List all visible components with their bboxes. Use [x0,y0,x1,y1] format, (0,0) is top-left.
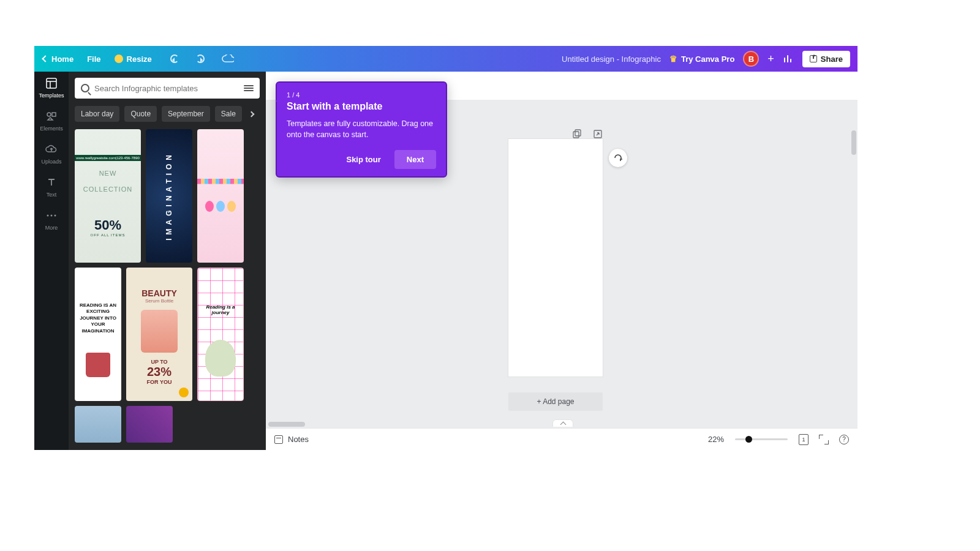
tour-popover: 1 / 4 Start with a template Templates ar… [276,81,447,178]
bunting-icon [197,179,244,187]
rail-uploads[interactable]: Uploads [41,143,61,165]
product-icon [141,310,178,353]
zoom-slider-thumb[interactable] [745,436,752,443]
balloon-icon [205,201,214,212]
search-icon [81,84,89,92]
upload-icon [810,55,817,62]
tour-actions: Skip tour Next [287,150,436,169]
pro-badge-icon [179,388,189,397]
thumb-text: FOR YOU [147,379,172,385]
bottom-bar-right: 22% 1 ? [708,434,849,445]
add-page-button[interactable]: + Add page [508,392,603,411]
document-title[interactable]: Untitled design - Infographic [562,54,661,64]
template-thumb[interactable]: Reading is a journey [197,268,244,401]
left-rail: Templates Elements Uploads Text More [34,72,69,450]
search-input[interactable] [94,84,239,93]
chips-scroll-right[interactable] [247,109,257,119]
filter-icon[interactable] [244,84,254,92]
add-member-icon[interactable]: + [767,53,774,66]
rail-templates-label: Templates [39,92,64,99]
svg-rect-7 [575,130,581,136]
design-page[interactable] [508,139,603,377]
share-button[interactable]: Share [802,51,850,67]
template-gallery: www.reallygreatsite.com|123-456-7890 NEW… [75,129,260,443]
crown-icon [115,54,123,63]
rail-uploads-label: Uploads [41,159,61,165]
vertical-scrollbar[interactable] [851,130,856,425]
rail-elements[interactable]: Elements [40,110,63,132]
template-thumb[interactable]: READING IS AN EXCITING JOURNEY INTO YOUR… [75,268,121,401]
top-bar-right: Untitled design - Infographic ♛ Try Canv… [562,51,858,67]
svg-point-4 [51,215,53,217]
tour-body: Templates are fully customizable. Drag o… [287,118,436,140]
svg-point-3 [47,215,49,217]
balloon-icon [227,201,236,212]
top-bar-left: Home File Resize [34,54,152,64]
chip-sale[interactable]: Sale [215,106,242,122]
share-label: Share [821,54,843,64]
top-bar: Home File Resize Untitled design - Infog… [34,46,858,72]
resize-label: Resize [127,54,152,64]
svg-rect-0 [47,78,56,88]
template-thumb[interactable] [126,406,173,443]
fullscreen-icon[interactable] [820,435,828,444]
balloon-icon [216,201,225,212]
cloud-sync-icon[interactable] [222,54,234,63]
thumb-text: IMAGINATION [165,151,173,241]
crown-icon: ♛ [669,54,677,64]
tour-skip-button[interactable]: Skip tour [337,150,389,169]
rail-elements-label: Elements [40,126,63,132]
thumb-text: NEW [99,170,117,177]
top-bar-history [170,54,234,63]
tour-title: Start with a template [287,101,436,112]
template-thumb[interactable] [75,406,121,443]
thumb-text: UP TO [151,359,167,365]
thumb-text: READING IS AN EXCITING JOURNEY INTO YOUR… [75,302,121,334]
refresh-button[interactable] [609,149,627,167]
help-icon[interactable]: ? [839,435,849,444]
horizontal-scrollbar[interactable] [268,422,850,427]
rail-text[interactable]: Text [45,176,58,198]
svg-rect-6 [573,132,579,138]
filter-chips: Labor day Quote September Sale [75,106,260,122]
zoom-slider[interactable] [735,438,788,440]
home-label: Home [51,54,74,64]
user-avatar[interactable]: B [743,51,759,67]
insights-icon[interactable] [783,53,794,64]
more-icon [45,209,58,222]
chip-quote[interactable]: Quote [124,106,157,122]
uploads-icon [45,143,58,156]
thumb-text: BEAUTY [141,288,177,298]
template-thumb[interactable]: IMAGINATION [146,129,192,263]
notes-label: Notes [288,435,309,444]
scrollbar-thumb[interactable] [851,130,856,155]
template-thumb[interactable] [197,129,244,263]
thumb-text: OFF ALL ITEMS [91,233,126,237]
rail-templates[interactable]: Templates [39,77,64,99]
tour-next-button[interactable]: Next [394,150,436,169]
try-pro-label: Try Canva Pro [681,54,734,64]
chip-labor-day[interactable]: Labor day [75,106,119,122]
page-count-icon[interactable]: 1 [799,434,809,445]
template-thumb[interactable]: BEAUTY Serum Bottle UP TO 23% FOR YOU [126,268,192,401]
scrollbar-thumb[interactable] [268,422,305,427]
file-menu[interactable]: File [87,54,100,64]
templates-icon [45,77,58,90]
gallery-row [75,406,260,443]
elements-icon [45,110,58,123]
home-button[interactable]: Home [43,54,74,64]
book-icon [86,353,110,377]
illustration-icon [205,340,236,377]
rail-more[interactable]: More [45,209,58,231]
try-pro-button[interactable]: ♛ Try Canva Pro [669,54,734,64]
undo-icon[interactable] [170,54,179,63]
zoom-value[interactable]: 22% [708,435,724,444]
notes-button[interactable]: Notes [274,435,309,444]
template-thumb[interactable]: www.reallygreatsite.com|123-456-7890 NEW… [75,129,141,263]
resize-button[interactable]: Resize [115,54,152,64]
chip-september[interactable]: September [162,106,210,122]
redo-icon[interactable] [196,54,205,63]
bottom-bar: Notes 22% 1 ? [266,428,858,450]
add-page-label: + Add page [537,397,574,406]
app-root: Home File Resize Untitled design - Infog… [34,46,858,450]
